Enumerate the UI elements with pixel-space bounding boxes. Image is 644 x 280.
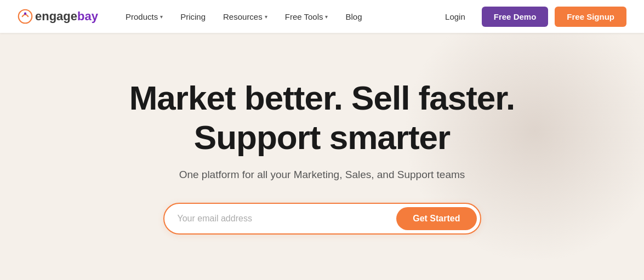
hero-section: Market better. Sell faster. Support smar… bbox=[0, 33, 644, 280]
email-input[interactable] bbox=[178, 209, 397, 228]
navbar: engagebay Products ▾ Pricing Resources ▾… bbox=[0, 0, 644, 33]
nav-item-products[interactable]: Products ▾ bbox=[118, 8, 170, 26]
logo[interactable]: engagebay bbox=[18, 9, 98, 24]
hero-title: Market better. Sell faster. Support smar… bbox=[129, 78, 515, 157]
logo-icon bbox=[18, 9, 33, 24]
nav-item-resources[interactable]: Resources ▾ bbox=[215, 8, 275, 26]
free-signup-button[interactable]: Free Signup bbox=[555, 7, 626, 27]
svg-point-0 bbox=[19, 10, 32, 24]
nav-item-blog[interactable]: Blog bbox=[338, 8, 369, 26]
svg-point-1 bbox=[24, 13, 26, 15]
nav-links: Products ▾ Pricing Resources ▾ Free Tool… bbox=[118, 8, 435, 26]
login-button[interactable]: Login bbox=[435, 8, 475, 26]
hero-content: Market better. Sell faster. Support smar… bbox=[129, 78, 515, 235]
chevron-down-icon: ▾ bbox=[265, 14, 267, 20]
get-started-button[interactable]: Get Started bbox=[396, 207, 476, 230]
chevron-down-icon: ▾ bbox=[325, 14, 328, 20]
hero-email-form: Get Started bbox=[163, 203, 481, 235]
hero-subtitle: One platform for all your Marketing, Sal… bbox=[129, 169, 515, 181]
nav-item-pricing[interactable]: Pricing bbox=[173, 8, 213, 26]
chevron-down-icon: ▾ bbox=[160, 14, 163, 20]
nav-actions: Login Free Demo Free Signup bbox=[435, 7, 626, 27]
logo-engage-text: engage bbox=[35, 9, 77, 23]
free-demo-button[interactable]: Free Demo bbox=[482, 7, 549, 27]
logo-bay-text: bay bbox=[77, 9, 98, 23]
nav-item-free-tools[interactable]: Free Tools ▾ bbox=[277, 8, 336, 26]
